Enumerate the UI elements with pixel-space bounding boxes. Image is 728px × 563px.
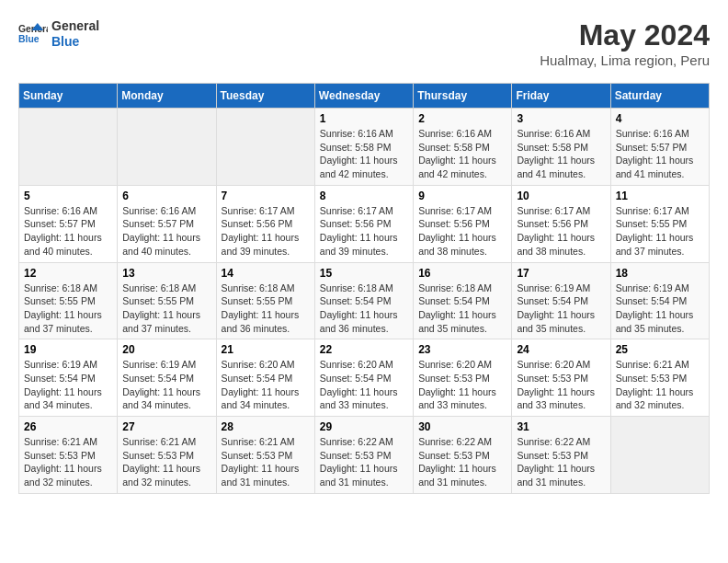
calendar-cell — [216, 109, 314, 186]
day-number: 2 — [418, 112, 506, 125]
calendar-header-row: SundayMondayTuesdayWednesdayThursdayFrid… — [19, 84, 710, 109]
day-number: 27 — [122, 420, 210, 433]
calendar-cell: 13Sunrise: 6:18 AM Sunset: 5:55 PM Dayli… — [118, 262, 216, 339]
day-number: 8 — [320, 190, 408, 202]
day-info: Sunrise: 6:19 AM Sunset: 5:54 PM Dayligh… — [616, 282, 704, 336]
calendar-cell: 24Sunrise: 6:20 AM Sunset: 5:53 PM Dayli… — [512, 339, 610, 417]
calendar-cell: 20Sunrise: 6:19 AM Sunset: 5:54 PM Dayli… — [118, 339, 216, 417]
svg-text:Blue: Blue — [18, 34, 40, 44]
calendar-cell: 31Sunrise: 6:22 AM Sunset: 5:53 PM Dayli… — [512, 417, 610, 494]
day-info: Sunrise: 6:16 AM Sunset: 5:57 PM Dayligh… — [24, 204, 112, 259]
day-info: Sunrise: 6:17 AM Sunset: 5:56 PM Dayligh… — [418, 204, 506, 259]
day-number: 9 — [418, 190, 506, 202]
day-number: 17 — [517, 267, 605, 280]
calendar-cell: 19Sunrise: 6:19 AM Sunset: 5:54 PM Dayli… — [19, 339, 118, 417]
day-info: Sunrise: 6:21 AM Sunset: 5:53 PM Dayligh… — [122, 435, 210, 489]
calendar-cell: 2Sunrise: 6:16 AM Sunset: 5:58 PM Daylig… — [414, 109, 512, 186]
day-number: 22 — [320, 343, 408, 356]
day-header-tuesday: Tuesday — [216, 84, 314, 109]
day-number: 19 — [24, 343, 112, 356]
calendar-cell: 23Sunrise: 6:20 AM Sunset: 5:53 PM Dayli… — [414, 339, 512, 417]
logo-line2: Blue — [51, 34, 99, 50]
day-info: Sunrise: 6:22 AM Sunset: 5:53 PM Dayligh… — [418, 435, 506, 489]
day-number: 31 — [517, 420, 605, 433]
day-number: 12 — [24, 267, 112, 280]
day-info: Sunrise: 6:18 AM Sunset: 5:54 PM Dayligh… — [418, 282, 506, 336]
day-number: 16 — [418, 267, 506, 280]
calendar-week-row: 5Sunrise: 6:16 AM Sunset: 5:57 PM Daylig… — [19, 185, 710, 262]
day-number: 5 — [24, 190, 112, 202]
day-number: 15 — [320, 267, 408, 280]
day-info: Sunrise: 6:18 AM Sunset: 5:55 PM Dayligh… — [24, 282, 112, 336]
day-info: Sunrise: 6:16 AM Sunset: 5:58 PM Dayligh… — [418, 127, 506, 181]
day-info: Sunrise: 6:17 AM Sunset: 5:56 PM Dayligh… — [517, 204, 605, 259]
day-header-monday: Monday — [118, 84, 216, 109]
calendar-week-row: 19Sunrise: 6:19 AM Sunset: 5:54 PM Dayli… — [19, 339, 710, 417]
day-info: Sunrise: 6:22 AM Sunset: 5:53 PM Dayligh… — [517, 435, 605, 489]
day-header-friday: Friday — [512, 84, 610, 109]
day-number: 13 — [122, 267, 210, 280]
day-info: Sunrise: 6:20 AM Sunset: 5:54 PM Dayligh… — [320, 358, 408, 412]
day-number: 4 — [616, 112, 704, 125]
day-info: Sunrise: 6:16 AM Sunset: 5:57 PM Dayligh… — [122, 204, 210, 259]
logo: General Blue General Blue — [18, 18, 99, 50]
day-info: Sunrise: 6:18 AM Sunset: 5:55 PM Dayligh… — [122, 282, 210, 336]
day-info: Sunrise: 6:22 AM Sunset: 5:53 PM Dayligh… — [320, 435, 408, 489]
day-number: 18 — [616, 267, 704, 280]
day-info: Sunrise: 6:20 AM Sunset: 5:53 PM Dayligh… — [418, 358, 506, 412]
day-header-saturday: Saturday — [610, 84, 709, 109]
day-number: 6 — [122, 190, 210, 202]
day-info: Sunrise: 6:21 AM Sunset: 5:53 PM Dayligh… — [222, 435, 310, 489]
calendar-cell: 22Sunrise: 6:20 AM Sunset: 5:54 PM Dayli… — [314, 339, 413, 417]
calendar-cell: 5Sunrise: 6:16 AM Sunset: 5:57 PM Daylig… — [19, 185, 118, 262]
day-info: Sunrise: 6:16 AM Sunset: 5:58 PM Dayligh… — [320, 127, 408, 181]
day-info: Sunrise: 6:19 AM Sunset: 5:54 PM Dayligh… — [24, 358, 112, 412]
calendar-table: SundayMondayTuesdayWednesdayThursdayFrid… — [18, 83, 710, 494]
calendar-cell: 21Sunrise: 6:20 AM Sunset: 5:54 PM Dayli… — [216, 339, 314, 417]
calendar-cell: 6Sunrise: 6:16 AM Sunset: 5:57 PM Daylig… — [118, 185, 216, 262]
day-number: 21 — [222, 343, 310, 356]
day-number: 7 — [222, 190, 310, 202]
calendar-cell: 3Sunrise: 6:16 AM Sunset: 5:58 PM Daylig… — [512, 109, 610, 186]
calendar-cell: 11Sunrise: 6:17 AM Sunset: 5:55 PM Dayli… — [610, 185, 709, 262]
day-info: Sunrise: 6:21 AM Sunset: 5:53 PM Dayligh… — [616, 358, 704, 412]
day-number: 28 — [222, 420, 310, 433]
calendar-cell: 30Sunrise: 6:22 AM Sunset: 5:53 PM Dayli… — [414, 417, 512, 494]
calendar-cell — [19, 109, 118, 186]
day-number: 26 — [24, 420, 112, 433]
day-info: Sunrise: 6:17 AM Sunset: 5:56 PM Dayligh… — [320, 204, 408, 259]
day-info: Sunrise: 6:17 AM Sunset: 5:56 PM Dayligh… — [222, 204, 310, 259]
logo-icon: General Blue — [18, 21, 48, 47]
calendar-cell: 29Sunrise: 6:22 AM Sunset: 5:53 PM Dayli… — [314, 417, 413, 494]
day-info: Sunrise: 6:17 AM Sunset: 5:55 PM Dayligh… — [616, 204, 704, 259]
calendar-cell: 10Sunrise: 6:17 AM Sunset: 5:56 PM Dayli… — [512, 185, 610, 262]
calendar-cell: 25Sunrise: 6:21 AM Sunset: 5:53 PM Dayli… — [610, 339, 709, 417]
day-info: Sunrise: 6:19 AM Sunset: 5:54 PM Dayligh… — [517, 282, 605, 336]
day-number: 24 — [517, 343, 605, 356]
day-number: 25 — [616, 343, 704, 356]
day-info: Sunrise: 6:16 AM Sunset: 5:57 PM Dayligh… — [616, 127, 704, 181]
day-number: 1 — [320, 112, 408, 125]
day-info: Sunrise: 6:20 AM Sunset: 5:54 PM Dayligh… — [222, 358, 310, 412]
title-block: May 2024 Hualmay, Lima region, Peru — [540, 18, 710, 68]
day-number: 23 — [418, 343, 506, 356]
day-info: Sunrise: 6:19 AM Sunset: 5:54 PM Dayligh… — [122, 358, 210, 412]
day-info: Sunrise: 6:21 AM Sunset: 5:53 PM Dayligh… — [24, 435, 112, 489]
day-number: 3 — [517, 112, 605, 125]
calendar-cell: 12Sunrise: 6:18 AM Sunset: 5:55 PM Dayli… — [19, 262, 118, 339]
location-subtitle: Hualmay, Lima region, Peru — [540, 52, 710, 68]
calendar-cell: 9Sunrise: 6:17 AM Sunset: 5:56 PM Daylig… — [414, 185, 512, 262]
day-info: Sunrise: 6:18 AM Sunset: 5:54 PM Dayligh… — [320, 282, 408, 336]
calendar-cell: 15Sunrise: 6:18 AM Sunset: 5:54 PM Dayli… — [314, 262, 413, 339]
day-number: 14 — [222, 267, 310, 280]
day-info: Sunrise: 6:16 AM Sunset: 5:58 PM Dayligh… — [517, 127, 605, 181]
calendar-cell: 1Sunrise: 6:16 AM Sunset: 5:58 PM Daylig… — [314, 109, 413, 186]
calendar-cell — [118, 109, 216, 186]
calendar-cell: 27Sunrise: 6:21 AM Sunset: 5:53 PM Dayli… — [118, 417, 216, 494]
calendar-week-row: 1Sunrise: 6:16 AM Sunset: 5:58 PM Daylig… — [19, 109, 710, 186]
day-info: Sunrise: 6:20 AM Sunset: 5:53 PM Dayligh… — [517, 358, 605, 412]
calendar-week-row: 12Sunrise: 6:18 AM Sunset: 5:55 PM Dayli… — [19, 262, 710, 339]
day-number: 30 — [418, 420, 506, 433]
calendar-cell: 17Sunrise: 6:19 AM Sunset: 5:54 PM Dayli… — [512, 262, 610, 339]
day-number: 20 — [122, 343, 210, 356]
